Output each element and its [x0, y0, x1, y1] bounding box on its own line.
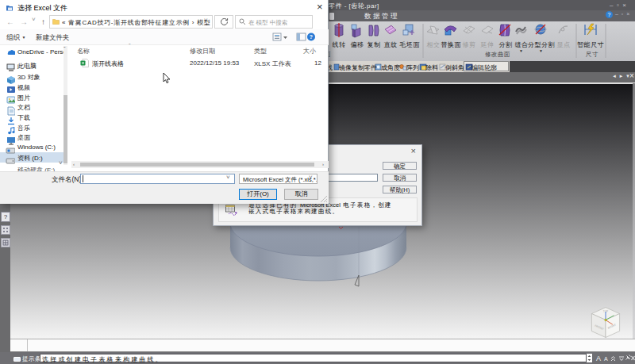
- svg-text:A: A: [604, 356, 608, 362]
- svg-text:?: ?: [310, 34, 313, 40]
- svg-text:A: A: [596, 354, 601, 362]
